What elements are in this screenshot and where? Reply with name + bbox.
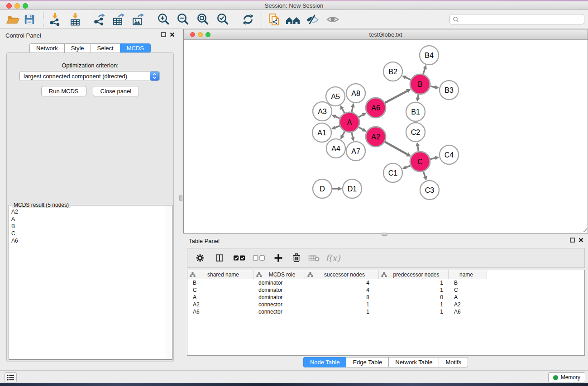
import-network-button[interactable] — [47, 12, 63, 27]
edge-A-A5[interactable] — [342, 109, 344, 113]
zoom-selected-button[interactable] — [215, 12, 231, 27]
open-session-button[interactable] — [5, 12, 21, 27]
column-header-name[interactable]: name — [449, 270, 487, 279]
zoom-fit-icon — [196, 13, 210, 26]
mcds-result-item[interactable]: A — [10, 215, 165, 223]
table-row[interactable]: A2connector11A2 — [187, 301, 584, 308]
table-tab-network-table[interactable]: Network Table — [388, 357, 439, 367]
minimize-window-button[interactable] — [14, 3, 20, 9]
memory-button[interactable]: Memory — [548, 372, 585, 382]
mcds-result-item[interactable]: C — [10, 230, 165, 237]
float-panel-icon[interactable] — [161, 32, 166, 37]
optimization-criterion-label: Optimization criterion: — [7, 62, 173, 69]
mcds-result-item[interactable]: A2 — [10, 208, 165, 215]
edge-B-B4[interactable] — [423, 69, 425, 74]
export-network-button[interactable] — [91, 12, 107, 27]
edge-A-A1[interactable] — [335, 126, 339, 128]
tab-mcds[interactable]: MCDS — [120, 43, 151, 53]
unchecked-boxes-icon — [253, 253, 265, 262]
homes-icon — [285, 13, 301, 26]
refresh-button[interactable] — [240, 12, 256, 27]
edge-A-A7[interactable] — [352, 132, 353, 137]
run-mcds-button[interactable]: Run MCDS — [41, 86, 86, 96]
save-session-button[interactable] — [21, 12, 38, 27]
table-row[interactable]: Cdominator41C — [187, 286, 584, 294]
table-panel: Table Panel — [183, 234, 588, 369]
network-maximize-button[interactable] — [206, 32, 210, 37]
network-minimize-button[interactable] — [198, 32, 203, 37]
memory-status-icon — [553, 375, 558, 380]
show-column-button[interactable] — [214, 250, 225, 266]
edge-A-A8[interactable] — [352, 107, 353, 112]
select-all-rows-button[interactable] — [233, 250, 246, 266]
column-header-predecessor-nodes[interactable]: predecessor nodes — [379, 270, 449, 279]
close-panel-button[interactable]: Close panel — [93, 86, 139, 96]
network-window-titlebar[interactable]: testGlobe.txt — [184, 29, 588, 40]
float-panel-icon[interactable] — [570, 238, 575, 243]
edge-B-B3[interactable] — [430, 86, 435, 87]
export-image-button[interactable] — [129, 12, 146, 27]
deselect-all-rows-button[interactable] — [253, 250, 265, 266]
show-all-button[interactable] — [285, 12, 301, 27]
trash-icon — [291, 253, 302, 263]
edge-A-A2[interactable] — [359, 127, 363, 129]
import-table-button[interactable] — [67, 12, 83, 27]
close-panel-icon[interactable] — [578, 238, 583, 243]
edge-C-C4[interactable] — [430, 158, 435, 159]
export-table-button[interactable] — [110, 12, 126, 27]
mcds-result-item[interactable]: B — [10, 223, 165, 230]
network-canvas[interactable]: AA1A2A3A4A5A6A7A8BB1B2B3B4CC1C2C3C4DD1 — [184, 40, 588, 233]
hide-selected-button[interactable] — [304, 12, 320, 27]
table-tab-node-table[interactable]: Node Table — [303, 357, 346, 367]
column-header-successor-nodes[interactable]: successor nodes — [305, 270, 379, 279]
edge-arrowhead — [416, 142, 420, 147]
table-settings-button[interactable] — [195, 250, 206, 266]
tab-network[interactable]: Network — [29, 43, 64, 53]
table-cell: 4 — [305, 279, 379, 286]
task-history-button[interactable] — [5, 372, 17, 382]
close-window-button[interactable] — [6, 3, 12, 9]
edge-A-A3[interactable] — [335, 117, 339, 119]
table-row[interactable]: A6connector11A6 — [187, 308, 584, 315]
create-column-button[interactable] — [273, 250, 284, 266]
gear-icon — [195, 253, 206, 263]
table-cell: dominator — [254, 279, 305, 286]
edge-arrowhead — [435, 85, 439, 89]
table-tab-motifs[interactable]: Motifs — [439, 357, 468, 367]
zoom-out-button[interactable] — [175, 12, 191, 27]
resize-corner-handle[interactable] — [582, 227, 587, 233]
column-header-MCDS-role[interactable]: MCDS role — [254, 270, 305, 279]
maximize-window-button[interactable] — [23, 3, 28, 9]
edge-A-A6[interactable] — [359, 115, 363, 117]
vertical-splitter-handle[interactable] — [179, 195, 182, 201]
edge-A6-B[interactable] — [385, 91, 407, 103]
show-hidden-button[interactable] — [325, 12, 341, 27]
mcds-result-item[interactable]: A6 — [10, 237, 165, 244]
zoom-in-button[interactable] — [155, 12, 172, 27]
table-row[interactable]: Adominator80A — [187, 294, 584, 301]
edge-B-B1[interactable] — [418, 95, 418, 98]
close-panel-icon[interactable] — [170, 32, 175, 37]
network-close-button[interactable] — [190, 32, 195, 37]
edge-C-C3[interactable] — [423, 172, 425, 176]
edge-C-C1[interactable] — [406, 166, 411, 167]
mcds-result-list[interactable]: A2ABCA6 — [10, 208, 165, 359]
result-scrollbar[interactable] — [166, 205, 172, 359]
table-tab-edge-table[interactable]: Edge Table — [346, 357, 388, 367]
edge-A-A4[interactable] — [342, 131, 344, 136]
edge-arrowhead — [435, 156, 439, 160]
column-header-shared-name[interactable]: shared name — [187, 270, 254, 279]
edge-C-C2[interactable] — [418, 146, 419, 151]
table-row[interactable]: Bdominator41B — [187, 279, 584, 286]
delete-column-button[interactable] — [291, 250, 302, 266]
edge-A2-C[interactable] — [385, 142, 407, 154]
table-cell: connector — [254, 308, 305, 315]
tab-style[interactable]: Style — [64, 43, 91, 53]
clone-network-button[interactable] — [266, 12, 282, 27]
toolbar-separator — [150, 12, 150, 27]
edge-B-B2[interactable] — [406, 77, 411, 80]
optimization-criterion-dropdown[interactable]: largest connected component (directed) — [19, 71, 160, 81]
tab-select[interactable]: Select — [91, 43, 120, 53]
search-input[interactable] — [459, 14, 584, 24]
zoom-fit-button[interactable] — [195, 12, 211, 27]
